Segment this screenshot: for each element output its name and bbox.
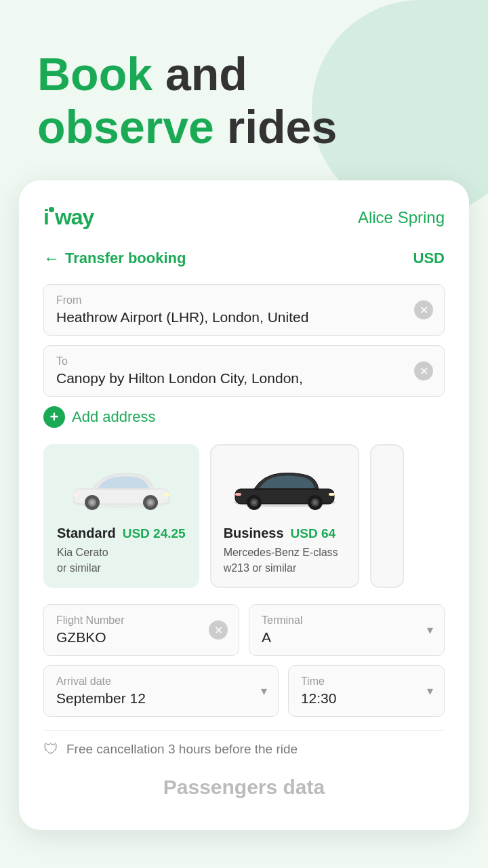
card-header: iway Alice Spring [43, 205, 445, 230]
from-clear-button[interactable]: ✕ [414, 300, 433, 319]
svg-point-17 [313, 500, 317, 505]
flight-terminal-row: Flight Number GZBKO ✕ Terminal A ▾ [43, 604, 445, 656]
time-field[interactable]: Time 12:30 ▾ [288, 665, 445, 717]
arrival-value: September 12 [56, 690, 266, 707]
from-value: Heathrow Airport (LHR), London, United [56, 309, 432, 326]
arrival-dropdown-icon: ▾ [261, 684, 267, 698]
currency-selector[interactable]: USD [413, 250, 445, 267]
free-cancel-text: Free cancellation 3 hours before the rid… [66, 742, 298, 757]
hero-observe: observe [37, 101, 214, 153]
hero-book: Book [37, 48, 152, 100]
hero-title: Book and observe rides [37, 47, 451, 153]
svg-point-14 [252, 500, 256, 505]
svg-rect-8 [164, 493, 169, 496]
logo-dot [49, 207, 54, 212]
svg-point-7 [148, 500, 152, 505]
business-price: USD 64 [291, 526, 336, 541]
standard-price: USD 24.25 [123, 526, 186, 541]
user-name: Alice Spring [358, 208, 445, 227]
page-title: Transfer booking [65, 250, 186, 267]
terminal-dropdown-icon: ▾ [427, 623, 433, 637]
flight-value: GZBKO [56, 629, 226, 646]
business-type-row: Business USD 64 [224, 526, 346, 541]
car-option-business[interactable]: Business USD 64 Mercedes-Benz E-classw21… [210, 444, 359, 588]
standard-type-label: Standard [57, 526, 116, 541]
business-type-label: Business [224, 526, 284, 541]
nav-row: ← Transfer booking USD [43, 249, 445, 268]
time-value: 12:30 [301, 690, 432, 707]
terminal-label: Terminal [262, 614, 432, 627]
back-arrow-icon: ← [43, 249, 60, 268]
car-option-standard[interactable]: Standard USD 24.25 Kia Ceratoor similar [43, 444, 199, 588]
flight-clear-button[interactable]: ✕ [209, 620, 228, 639]
car-options-list: Standard USD 24.25 Kia Ceratoor similar [43, 444, 445, 588]
to-field[interactable]: To Canopy by Hilton London City, London,… [43, 345, 445, 397]
add-address-button[interactable]: + Add address [43, 406, 445, 428]
standard-car-image [57, 456, 186, 517]
passengers-data-label: Passengers data [43, 776, 445, 799]
svg-rect-19 [235, 493, 241, 496]
svg-rect-18 [329, 493, 335, 496]
business-car-image [224, 456, 346, 517]
terminal-field[interactable]: Terminal A ▾ [249, 604, 445, 656]
flight-number-field[interactable]: Flight Number GZBKO ✕ [43, 604, 239, 656]
from-field[interactable]: From Heathrow Airport (LHR), London, Uni… [43, 284, 445, 336]
add-address-label: Add address [72, 408, 156, 426]
svg-point-4 [90, 500, 94, 505]
to-value: Canopy by Hilton London City, London, [56, 370, 432, 387]
app-logo: iway [43, 205, 94, 230]
standard-type-row: Standard USD 24.25 [57, 526, 186, 541]
add-icon: + [43, 406, 65, 428]
shield-icon: 🛡 [43, 741, 58, 758]
time-label: Time [301, 675, 432, 688]
hero-section: Book and observe rides [0, 0, 488, 180]
business-model: Mercedes-Benz E-classw213 or similar [224, 545, 346, 576]
to-label: To [56, 355, 432, 368]
from-label: From [56, 294, 432, 307]
arrival-label: Arrival date [56, 675, 266, 688]
back-button[interactable]: ← Transfer booking [43, 249, 186, 268]
booking-card: iway Alice Spring ← Transfer booking USD… [19, 180, 469, 830]
time-dropdown-icon: ▾ [427, 684, 433, 698]
svg-rect-9 [73, 493, 79, 496]
arrival-time-row: Arrival date September 12 ▾ Time 12:30 ▾ [43, 665, 445, 717]
to-clear-button[interactable]: ✕ [414, 361, 433, 380]
free-cancel-notice: 🛡 Free cancellation 3 hours before the r… [43, 730, 445, 769]
standard-model: Kia Ceratoor similar [57, 545, 186, 576]
flight-label: Flight Number [56, 614, 226, 627]
car-option-partial[interactable] [370, 444, 404, 588]
arrival-date-field[interactable]: Arrival date September 12 ▾ [43, 665, 279, 717]
terminal-value: A [262, 629, 432, 646]
